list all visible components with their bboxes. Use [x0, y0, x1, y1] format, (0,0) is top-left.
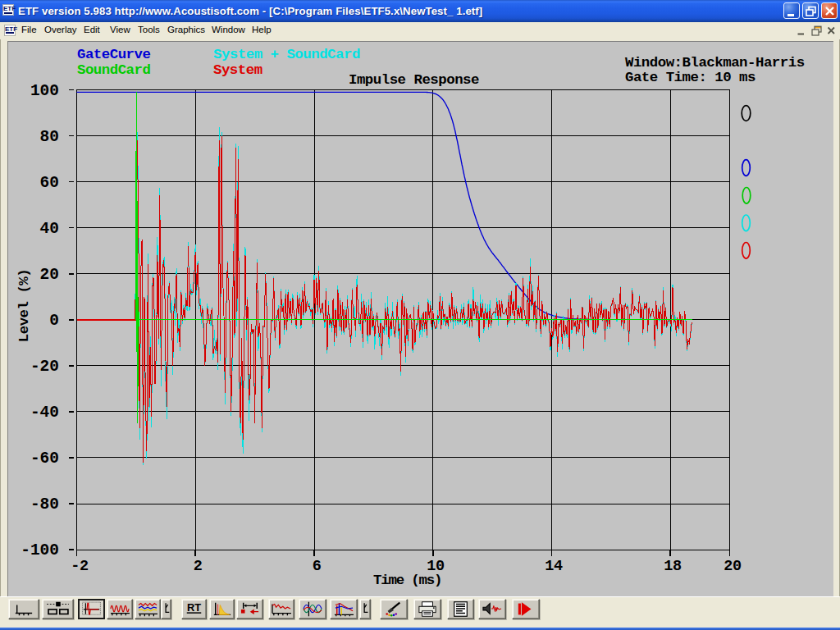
- svg-text:RT: RT: [187, 601, 201, 614]
